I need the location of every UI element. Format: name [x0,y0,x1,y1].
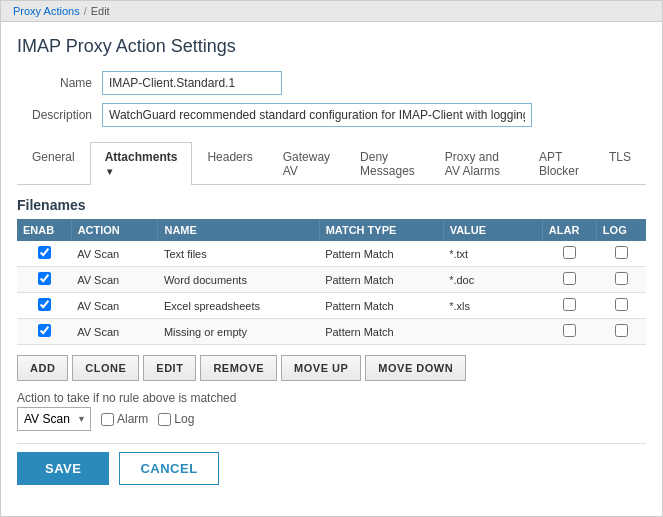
tab-gateway-av[interactable]: Gateway AV [268,142,345,185]
cell-matchtype: Pattern Match [319,319,443,345]
cell-log [596,267,646,293]
col-header-log: LOG [596,219,646,241]
edit-button[interactable]: EDIT [143,355,196,381]
cell-matchtype: Pattern Match [319,267,443,293]
tab-tls[interactable]: TLS [594,142,646,185]
cell-log [596,319,646,345]
alarm-checkbox-2[interactable] [563,298,576,311]
alarm-checkbox-0[interactable] [563,246,576,259]
log-checkbox-0[interactable] [615,246,628,259]
col-header-alarm: ALAR [542,219,596,241]
action-take-controls: AV Scan Allow Block Strip Alarm Log [17,407,646,431]
breadcrumb-current: Edit [91,5,110,17]
cell-value: *.xls [443,293,542,319]
cell-alarm [542,241,596,267]
cell-name: Word documents [158,267,319,293]
cell-value: *.txt [443,241,542,267]
breadcrumb-parent-link[interactable]: Proxy Actions [13,5,80,17]
cell-enable [17,293,71,319]
col-header-value: VALUE [443,219,542,241]
remove-button[interactable]: REMOVE [200,355,277,381]
tabs-bar: General Attachments ▾ Headers Gateway AV… [17,141,646,185]
log-label: Log [174,412,194,426]
alarm-label: Alarm [117,412,148,426]
col-header-name: NAME [158,219,319,241]
table-row: AV Scan Missing or empty Pattern Match [17,319,646,345]
cell-log [596,293,646,319]
breadcrumb-separator: / [84,5,87,17]
cell-alarm [542,267,596,293]
cell-name: Missing or empty [158,319,319,345]
name-input[interactable] [102,71,282,95]
cell-name: Excel spreadsheets [158,293,319,319]
cell-action: AV Scan [71,241,158,267]
cell-matchtype: Pattern Match [319,241,443,267]
log-checkbox-3[interactable] [615,324,628,337]
page-container: Proxy Actions / Edit IMAP Proxy Action S… [0,0,663,517]
cell-value: *.doc [443,267,542,293]
cancel-button[interactable]: CANCEL [119,452,218,485]
name-label: Name [17,76,102,90]
cell-log [596,241,646,267]
cell-alarm [542,319,596,345]
tab-apt-blocker[interactable]: APT Blocker [524,142,594,185]
col-header-enable: ENAB [17,219,71,241]
cell-enable [17,241,71,267]
tab-deny-messages[interactable]: Deny Messages [345,142,430,185]
enable-checkbox-1[interactable] [38,272,51,285]
bottom-buttons: SAVE CANCEL [17,443,646,493]
breadcrumb: Proxy Actions / Edit [1,1,662,22]
add-button[interactable]: ADD [17,355,68,381]
col-header-action: ACTION [71,219,158,241]
main-content: IMAP Proxy Action Settings Name Descript… [1,22,662,507]
enable-checkbox-3[interactable] [38,324,51,337]
action-take-label: Action to take if no rule above is match… [17,391,646,405]
action-select[interactable]: AV Scan Allow Block Strip [17,407,91,431]
name-row: Name [17,71,646,95]
description-label: Description [17,108,102,122]
enable-checkbox-2[interactable] [38,298,51,311]
cell-action: AV Scan [71,267,158,293]
log-checkbox[interactable] [158,413,171,426]
cell-enable [17,267,71,293]
log-checkbox-1[interactable] [615,272,628,285]
section-title: Filenames [17,197,646,213]
filenames-table: ENAB ACTION NAME MATCH TYPE VALUE ALAR L… [17,219,646,345]
cell-alarm [542,293,596,319]
tab-headers[interactable]: Headers [192,142,267,185]
table-row: AV Scan Word documents Pattern Match *.d… [17,267,646,293]
cell-action: AV Scan [71,293,158,319]
cell-matchtype: Pattern Match [319,293,443,319]
cell-name: Text files [158,241,319,267]
description-input[interactable] [102,103,532,127]
cell-value [443,319,542,345]
description-row: Description [17,103,646,127]
alarm-checkbox-1[interactable] [563,272,576,285]
enable-checkbox-0[interactable] [38,246,51,259]
save-button[interactable]: SAVE [17,452,109,485]
tab-general[interactable]: General [17,142,90,185]
table-row: AV Scan Excel spreadsheets Pattern Match… [17,293,646,319]
action-take-section: Action to take if no rule above is match… [17,391,646,431]
clone-button[interactable]: CLONE [72,355,139,381]
tab-proxy-av-alarms[interactable]: Proxy and AV Alarms [430,142,524,185]
attachments-dropdown-icon: ▾ [107,166,112,177]
cell-action: AV Scan [71,319,158,345]
move-up-button[interactable]: MOVE UP [281,355,361,381]
log-checkbox-2[interactable] [615,298,628,311]
action-buttons: ADD CLONE EDIT REMOVE MOVE UP MOVE DOWN [17,355,646,381]
action-select-wrapper: AV Scan Allow Block Strip [17,407,91,431]
alarm-checkbox-3[interactable] [563,324,576,337]
table-row: AV Scan Text files Pattern Match *.txt [17,241,646,267]
alarm-checkbox-label[interactable]: Alarm [101,412,148,426]
col-header-matchtype: MATCH TYPE [319,219,443,241]
log-checkbox-label[interactable]: Log [158,412,194,426]
move-down-button[interactable]: MOVE DOWN [365,355,466,381]
cell-enable [17,319,71,345]
tab-attachments[interactable]: Attachments ▾ [90,142,193,185]
page-title: IMAP Proxy Action Settings [17,36,646,57]
alarm-checkbox[interactable] [101,413,114,426]
